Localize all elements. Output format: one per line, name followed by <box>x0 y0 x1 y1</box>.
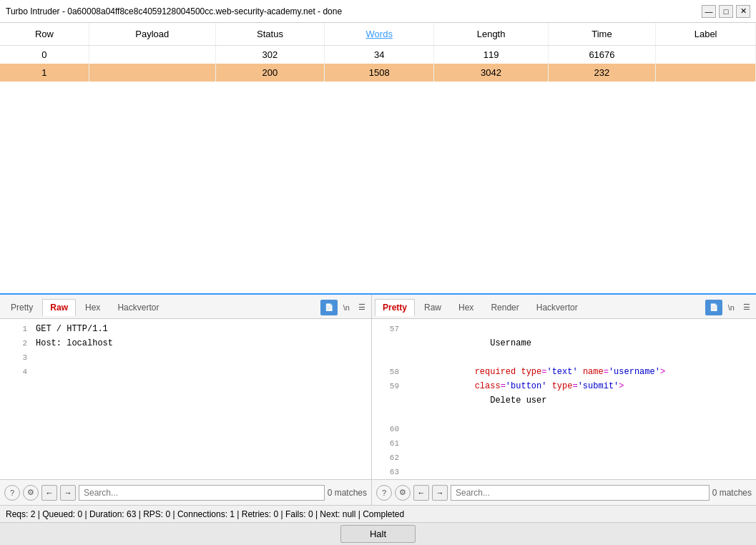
left-tab-hackvertor[interactable]: Hackvertor <box>109 299 167 315</box>
code-line: 62 <box>372 451 756 465</box>
line-number: 63 <box>378 466 399 478</box>
cell-length: 3042 <box>434 64 548 82</box>
line-content: Delete user <box>408 394 546 407</box>
window-title: Turbo Intruder - 0a60008a04ff8ce8c405912… <box>6 6 342 16</box>
right-tab-render[interactable]: Render <box>483 299 526 315</box>
line-number <box>378 408 399 421</box>
line-number <box>378 337 399 350</box>
maximize-button[interactable]: □ <box>719 5 733 18</box>
right-next-btn[interactable]: → <box>432 485 448 501</box>
col-label[interactable]: Label <box>656 23 756 46</box>
col-time[interactable]: Time <box>548 23 655 46</box>
bottom-section: Pretty Raw Hex Hackvertor 📄 \n ☰ 1GET / … <box>0 295 756 505</box>
right-copy-icon[interactable]: 📄 <box>705 300 722 315</box>
left-code-area[interactable]: 1GET / HTTP/1.12Host: localhost34 <box>0 319 371 479</box>
line-content <box>408 323 469 335</box>
left-newline-btn[interactable]: \n <box>340 302 353 313</box>
line-content <box>408 408 469 421</box>
left-tab-pretty[interactable]: Pretty <box>3 299 41 315</box>
col-length[interactable]: Length <box>434 23 548 46</box>
right-help-btn[interactable]: ? <box>376 485 392 501</box>
code-line: Username <box>372 336 756 350</box>
code-line: Delete user <box>372 393 756 408</box>
line-content: Host: localhost <box>36 337 113 350</box>
left-help-btn[interactable]: ? <box>4 485 20 501</box>
code-line: 63 <box>372 465 756 479</box>
cell-words: 1508 <box>325 64 434 82</box>
line-number: 62 <box>378 451 399 464</box>
right-prev-btn[interactable]: ← <box>413 485 429 501</box>
code-line: 60 <box>372 422 756 436</box>
code-line <box>372 408 756 422</box>
left-menu-btn[interactable]: ☰ <box>355 301 368 313</box>
line-number: 4 <box>6 365 27 378</box>
right-search-matches: 0 matches <box>712 488 752 498</box>
table-row[interactable]: 03023411961676 <box>0 46 756 64</box>
line-number: 59 <box>378 380 399 393</box>
table-row[interactable]: 120015083042232 <box>0 64 756 82</box>
right-search-bar: ? ⚙ ← → 0 matches <box>372 479 756 505</box>
results-table: Row Payload Status Words Length Time Lab… <box>0 23 756 82</box>
cell-payload <box>89 64 215 82</box>
left-settings-btn[interactable]: ⚙ <box>23 485 39 501</box>
col-status[interactable]: Status <box>215 23 324 46</box>
cell-time: 232 <box>548 64 655 82</box>
line-number: 60 <box>378 423 399 436</box>
right-menu-btn[interactable]: ☰ <box>740 301 753 313</box>
close-button[interactable]: ✕ <box>736 5 750 18</box>
cell-status: 302 <box>215 46 324 64</box>
cell-row: 1 <box>0 64 89 82</box>
line-content: GET / HTTP/1.1 <box>36 323 108 335</box>
right-tab-hex[interactable]: Hex <box>451 299 481 315</box>
minimize-button[interactable]: — <box>702 5 716 18</box>
line-number: 58 <box>378 365 399 378</box>
cell-label <box>656 46 756 64</box>
halt-button[interactable]: Halt <box>340 525 416 543</box>
line-content <box>408 423 449 436</box>
line-content <box>408 437 428 450</box>
line-content: Username <box>408 337 531 350</box>
code-line: 2Host: localhost <box>0 336 371 350</box>
code-line: 3 <box>0 350 371 365</box>
col-row[interactable]: Row <box>0 23 89 46</box>
line-number: 61 <box>378 437 399 450</box>
left-search-matches: 0 matches <box>328 488 367 498</box>
right-settings-btn[interactable]: ⚙ <box>395 485 411 501</box>
left-tab-hex[interactable]: Hex <box>77 299 108 315</box>
code-line: 1GET / HTTP/1.1 <box>0 322 371 336</box>
line-number: 57 <box>378 323 399 335</box>
left-pane: Pretty Raw Hex Hackvertor 📄 \n ☰ 1GET / … <box>0 295 372 505</box>
right-tab-hackvertor[interactable]: Hackvertor <box>529 299 586 315</box>
right-tab-bar: Pretty Raw Hex Render Hackvertor 📄 \n ☰ <box>372 295 756 319</box>
code-line: 58 required type='text' name='username'> <box>372 365 756 379</box>
halt-bar: Halt <box>0 522 756 545</box>
line-content <box>408 451 428 464</box>
left-tab-raw[interactable]: Raw <box>42 299 76 316</box>
status-text: Reqs: 2 | Queued: 0 | Duration: 63 | RPS… <box>6 509 404 519</box>
results-section: Row Payload Status Words Length Time Lab… <box>0 23 756 295</box>
line-number <box>378 351 399 364</box>
right-pane: Pretty Raw Hex Render Hackvertor 📄 \n ☰ … <box>372 295 756 505</box>
left-prev-btn[interactable]: ← <box>41 485 57 501</box>
line-number: 1 <box>6 323 27 335</box>
right-tab-pretty[interactable]: Pretty <box>375 299 415 316</box>
right-code-area[interactable]: 57 Username 58 required type='text' name… <box>372 319 756 479</box>
col-payload[interactable]: Payload <box>89 23 215 46</box>
left-tab-bar: Pretty Raw Hex Hackvertor 📄 \n ☰ <box>0 295 371 319</box>
cell-words: 34 <box>325 46 434 64</box>
code-line: 57 <box>372 322 756 336</box>
left-copy-icon[interactable]: 📄 <box>320 300 338 315</box>
line-number: 3 <box>6 351 27 364</box>
code-line <box>372 350 756 365</box>
right-newline-btn[interactable]: \n <box>725 302 737 313</box>
col-words[interactable]: Words <box>325 23 434 46</box>
window-controls: — □ ✕ <box>702 5 750 18</box>
title-bar: Turbo Intruder - 0a60008a04ff8ce8c405912… <box>0 0 756 23</box>
right-tab-raw[interactable]: Raw <box>416 299 449 315</box>
left-search-input[interactable] <box>79 485 325 501</box>
line-content: class='button' type='submit'> <box>408 380 624 393</box>
cell-payload <box>89 46 215 64</box>
left-next-btn[interactable]: → <box>60 485 76 501</box>
right-search-input[interactable] <box>451 485 710 501</box>
cell-length: 119 <box>434 46 548 64</box>
